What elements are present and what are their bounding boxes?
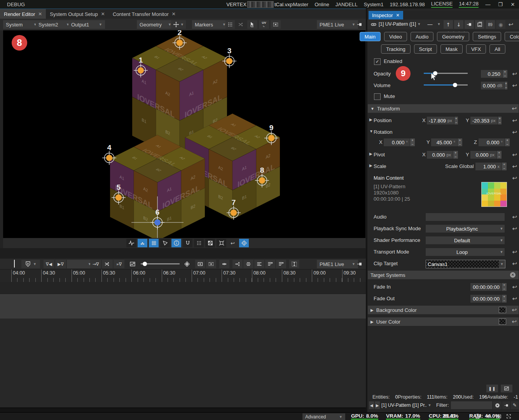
waveform-button[interactable] [126,239,136,247]
timeline-zoom-slider[interactable] [141,263,180,264]
preset-dropdown[interactable]: —▼ [424,20,442,28]
cue-play-button[interactable]: ▼ [21,260,40,268]
inspector-tab-video[interactable]: Video [384,32,407,41]
playback-sync-dropdown[interactable]: PlaybackSync▼ [426,225,505,233]
timeline-live-dropdown[interactable]: PME1 Live▼ [317,260,358,268]
user-color-header[interactable]: ▶User Color ↩ [368,317,519,326]
info-button[interactable] [171,239,181,247]
nav-next-button[interactable]: ▶ [375,401,380,409]
render-viewport[interactable]: IOVERSALA1A2B1B2IOVERSALA1A2B1B2IOVERSAL… [3,30,365,238]
shader-performance-dropdown[interactable]: Default▼ [426,236,505,244]
background-color-swatch[interactable] [499,307,506,313]
reset-transform-icon[interactable]: ↩ [512,105,517,112]
edit-filter-button[interactable]: ✎ [511,401,519,409]
content-thumbnail[interactable]: IOVERSAL [481,182,507,207]
close-icon[interactable]: ✕ [396,13,399,18]
add-track-button[interactable] [265,260,275,268]
expand-icon[interactable]: ▶ [369,117,372,122]
inspector-tab-geometry[interactable]: Geometry [437,32,469,41]
enabled-checkbox[interactable]: ✓ [374,58,381,65]
expand-icon[interactable]: ▶ [369,163,372,168]
move-target-button[interactable] [239,239,249,247]
user-account-icon[interactable] [474,413,481,420]
inspector-tab-audio[interactable]: Audio [411,32,433,41]
reset-user-color-icon[interactable]: ↩ [512,318,517,325]
audio-input[interactable] [426,213,505,221]
clip-target-dropdown[interactable]: Canvas1 ▼ [426,260,505,268]
ibeam-select-button[interactable] [289,260,299,268]
align-center-button[interactable] [243,260,253,268]
cursor-reset-button[interactable] [247,20,257,29]
clear-filter-button[interactable] [493,401,502,409]
clear-target-systems-icon[interactable]: ✕ [510,272,516,278]
scatter-button[interactable] [236,20,246,29]
marker-prev-button[interactable]: ∇◀ [44,260,54,268]
inspector-tab-settings[interactable]: Settings [473,32,501,41]
collapse-window-button[interactable] [475,20,484,29]
pin-inspector-button[interactable] [465,20,474,29]
tab-inspector[interactable]: Inspector✕ [369,11,403,19]
dot-grid-button[interactable] [194,239,204,247]
inspector-tab-color[interactable]: Color [505,32,519,41]
uv-reset-button[interactable]: UV [259,20,269,29]
frame-selection-button[interactable] [206,260,216,268]
pin-filter-button[interactable] [502,401,510,409]
stretch-button[interactable] [219,260,229,268]
eye-icon[interactable]: ◉ [496,20,505,29]
pixel-snap-button[interactable] [138,239,147,247]
system-dropdown[interactable]: System▼ [3,20,40,29]
target-systems-header[interactable]: Target Systems ✕ [368,271,519,279]
reset-fade-in-icon[interactable]: ↩ [512,284,517,290]
reset-background-color-icon[interactable]: ↩ [512,306,517,313]
close-icon[interactable]: ✕ [172,11,176,17]
minimize-button[interactable]: — [485,2,491,7]
reset-content-icon[interactable]: ↩ [512,175,517,182]
volume-slider[interactable] [424,84,468,86]
license-indicator[interactable]: LICENSE [431,1,453,8]
position-y-value[interactable]: -20.353px +− [470,117,502,124]
frame-content-button[interactable] [195,260,205,268]
skip-marker-button[interactable]: »∇ [114,260,124,268]
reset-volume-icon[interactable]: ↩ [512,82,517,89]
reset-opacity-icon[interactable]: ↩ [512,70,517,77]
play-to-marker-button[interactable]: ▶∇ [55,260,66,268]
geometry-dropdown[interactable]: Geometry▼ [137,20,174,29]
reset-clip-target-icon[interactable]: ↩ [512,260,517,267]
fade-in-value[interactable]: 00:00:00:00 +− [470,283,507,291]
reset-pivot-icon[interactable]: ↩ [512,151,517,158]
pin-icon[interactable] [355,20,364,29]
goto-marker-button[interactable]: →∇ [90,260,101,268]
pivot-x-value[interactable]: 0.000px +− [427,151,458,159]
tab-system-output-setup[interactable]: System Output Setup✕ [46,9,109,19]
rotation-x-value[interactable]: 0.000° +− [384,138,415,146]
volume-spinner[interactable]: +− [505,82,507,89]
markers-dropdown[interactable]: Markers▼ [192,20,229,29]
timeline-layer-lane[interactable] [0,294,366,319]
property-checklist-button[interactable]: 89 [486,20,495,29]
insert-cursor-button[interactable] [232,260,243,268]
keyboard-monitor-icon[interactable] [495,413,502,420]
align-left-button[interactable] [254,260,264,268]
collapse-icon[interactable]: ▼ [369,129,373,133]
reset-fade-out-icon[interactable]: ↩ [512,295,517,302]
move-tool-button[interactable]: ▼ [171,20,186,29]
timeline-empty-area[interactable] [0,318,366,408]
fade-out-value[interactable]: 00:00:00:00 +− [470,295,507,303]
background-color-header[interactable]: ▶Background Color ↩ [368,306,519,314]
preview-image-button[interactable] [501,385,512,392]
output-dropdown[interactable]: Output1▼ [68,20,105,29]
rotation-y-value[interactable]: 45.000° +− [431,138,462,146]
transform-section-header[interactable]: ▼Transform ↩ [368,104,519,113]
crop-frame-button[interactable] [271,20,281,29]
opacity-spinner[interactable]: +− [503,70,507,78]
inspector-tab-tracking[interactable]: Tracking [381,44,410,54]
timeline-pin-icon[interactable] [355,260,364,268]
nav-down-button[interactable]: ↓ [454,20,463,29]
grid-button[interactable] [149,239,159,247]
inspector-tab-vfx[interactable]: VFX [466,44,486,54]
reset-rotation-icon[interactable]: ↩ [512,129,517,136]
filter-input[interactable] [451,401,492,409]
nav-prev-button[interactable]: ◀ [369,401,374,409]
transport-mode-dropdown[interactable]: Loop▼ [426,248,505,256]
tab-render-editor[interactable]: Render Editor✕ [0,9,46,19]
